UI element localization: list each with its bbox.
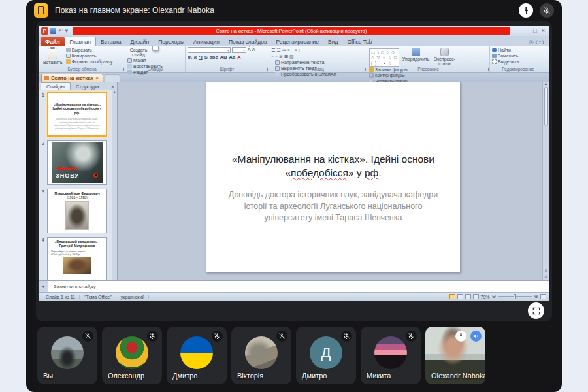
font-dialog-launcher[interactable] [265, 68, 268, 71]
tab-transitions[interactable]: Переходы [154, 37, 189, 46]
participant-tile-dmytro-1[interactable]: Дмитро [167, 327, 227, 384]
spacing-button[interactable]: АВ [220, 54, 227, 60]
pane-scrollbar[interactable]: ▲ [112, 90, 117, 280]
font-name-select[interactable]: ▾ [188, 47, 231, 53]
tab-design[interactable]: Дизайн [126, 37, 154, 46]
clipboard-dialog-launcher[interactable] [121, 68, 124, 71]
scroll-up-icon[interactable]: ▲ [544, 82, 548, 86]
pane-tab-outline[interactable]: Структура [71, 83, 105, 90]
help-icon[interactable]: ⓐ ❨?❩ [529, 39, 549, 46]
underline-button[interactable]: Ч [199, 54, 202, 60]
notes-panel[interactable]: ▾ Заметки к слайду [39, 280, 549, 292]
thumbnail-1[interactable]: 1 «Маніпулювання на кістках». Ідейні осн… [39, 92, 117, 137]
tab-insert[interactable]: Вставка [96, 37, 126, 46]
pane-close-icon[interactable]: × [108, 84, 117, 90]
tab-view[interactable]: Вид [323, 37, 342, 46]
previous-slide-button[interactable]: ⇈ [544, 269, 547, 273]
fit-to-window-button[interactable] [540, 294, 546, 299]
format-painter-button[interactable]: Формат по образцу [66, 59, 113, 64]
quick-access-toolbar[interactable]: P ↶ ▾ [39, 27, 68, 35]
smartart-button[interactable]: Преобразовать в SmartArt [275, 72, 336, 76]
group-font: ▾ ▾ А́ А̀ Ж К Ч S abc АВ Аа А [186, 46, 269, 72]
view-slideshow-button[interactable] [473, 294, 479, 299]
view-normal-button[interactable] [449, 294, 455, 299]
layout-button[interactable]: Макет [127, 58, 163, 63]
find-icon [492, 48, 497, 52]
tab-home[interactable]: Главная [65, 37, 96, 46]
doc-tab-active[interactable]: Свято на кістках × [41, 74, 103, 82]
participant-filmstrip: Вы Олександр Дмитро Вікторія [37, 327, 485, 384]
group-drawing: ▭ \ □ ○ ◇ △ ▽ ○ ☆ □ ( ) ~ • ☆ Упорядочит… [367, 46, 490, 72]
meet-topbar: Показ на главном экране: Olexandr Naboka [26, 0, 562, 21]
zoom-slider[interactable] [498, 296, 532, 297]
paragraph-dialog-launcher[interactable] [363, 68, 366, 71]
list-indent-icons[interactable]: ☰ ☱ ≔ ⇤ ⇥ ↕ [271, 48, 301, 53]
select-button[interactable]: Выделить [492, 59, 519, 64]
save-icon[interactable] [50, 28, 56, 34]
doc-tab-close-icon[interactable]: × [95, 75, 99, 81]
vertical-scrollbar[interactable]: ▲ ⇈ ⇊ [542, 82, 549, 280]
bold-button[interactable]: Ж [188, 54, 192, 60]
tab-review[interactable]: Рецензирование [271, 37, 323, 46]
text-direction-button[interactable]: Направление текста [275, 60, 336, 65]
font-color-button[interactable]: А [237, 54, 240, 60]
change-case-button[interactable]: Аа [229, 54, 235, 60]
new-slide-button[interactable]: Создать слайд [127, 47, 150, 57]
language-indicator[interactable]: украинский [117, 295, 150, 299]
copy-button[interactable]: Копировать [66, 54, 113, 58]
tab-slideshow[interactable]: Показ слайдов [224, 37, 272, 46]
zoom-slider-thumb[interactable] [514, 294, 516, 299]
close-button[interactable]: × [542, 28, 545, 34]
scrollbar-thumb[interactable] [544, 87, 548, 126]
strikethrough-button[interactable]: S [204, 54, 208, 60]
shrink-font-button[interactable]: А̀ [252, 47, 255, 53]
view-reading-button[interactable] [465, 294, 471, 299]
italic-button[interactable]: К [194, 54, 197, 60]
undo-icon[interactable]: ↶ [58, 28, 63, 34]
align-icons[interactable]: ≡ ≡ ≣ ☰ ▥ [271, 54, 301, 59]
avatar [51, 336, 84, 369]
view-sorter-button[interactable] [457, 294, 463, 299]
paste-button[interactable]: Вставить [41, 47, 65, 65]
participant-tile-you[interactable]: Вы [37, 327, 97, 384]
thumbnail-2[interactable]: 2 НІКОЛИ ЗНОВУ [39, 140, 117, 185]
avatar [245, 336, 278, 369]
mic-off-badge [212, 331, 223, 342]
current-slide[interactable]: «Маніпулювання на кістках». Ідейні основ… [206, 82, 461, 272]
grow-font-button[interactable]: А́ [248, 47, 251, 53]
font-size-select[interactable]: ▾ [232, 47, 246, 53]
tab-office-tab[interactable]: Office Tab [342, 37, 376, 46]
zoom-in-button[interactable]: ⊕ [534, 294, 538, 299]
restore-button[interactable]: □ [533, 28, 536, 34]
participant-tile-dmytro-2[interactable]: Д Дмитро [296, 327, 356, 384]
expand-share-button[interactable] [528, 302, 544, 319]
participant-tile-viktoria[interactable]: Вікторія [231, 327, 291, 384]
mic-muted-button[interactable] [540, 3, 554, 18]
participant-tile-mykyta[interactable]: Микита [361, 327, 421, 384]
shapes-gallery[interactable]: ▭ \ □ ○ ◇ △ ▽ ○ ☆ □ ( ) ~ • ☆ [369, 48, 399, 67]
drawing-dialog-launcher[interactable] [485, 68, 489, 71]
cut-button[interactable]: Вырезать [66, 48, 113, 52]
participant-tile-olexandr-naboka[interactable]: Olexandr Naboka [425, 327, 485, 384]
thumbnail-4[interactable]: 4 «Власівський священник» - Григорій Мит… [39, 237, 117, 280]
tab-animations[interactable]: Анимация [189, 37, 224, 46]
arrange-button[interactable]: Упорядочить [400, 47, 432, 62]
doc-tab-new[interactable] [105, 74, 120, 82]
layout-icon [127, 58, 132, 63]
notes-splitter[interactable]: ▾ [39, 281, 48, 292]
pane-tab-slides[interactable]: Слайды [41, 82, 71, 90]
zoom-out-button[interactable]: ⊖ [492, 294, 497, 299]
pin-button[interactable] [519, 3, 533, 18]
thumbnail-3[interactable]: 3 Пітерський Іван Федорович (1926 – 1998… [39, 189, 117, 233]
next-slide-button[interactable]: ⇊ [544, 274, 547, 279]
text-direction-icon [275, 60, 280, 65]
qat-dropdown-icon[interactable]: ▾ [65, 28, 69, 34]
quick-styles-button[interactable]: Экспресс-стили [433, 47, 456, 67]
tab-file[interactable]: Файл [41, 37, 65, 46]
shadow-button[interactable]: abc [210, 54, 218, 60]
participant-tile-oleksandr[interactable]: Олександр [102, 327, 162, 384]
minimize-button[interactable]: – [525, 28, 529, 34]
find-button[interactable]: Найти [492, 48, 519, 52]
replace-button[interactable]: Заменить [492, 54, 519, 58]
shape-outline-button[interactable]: Контур фигуры [369, 73, 408, 78]
